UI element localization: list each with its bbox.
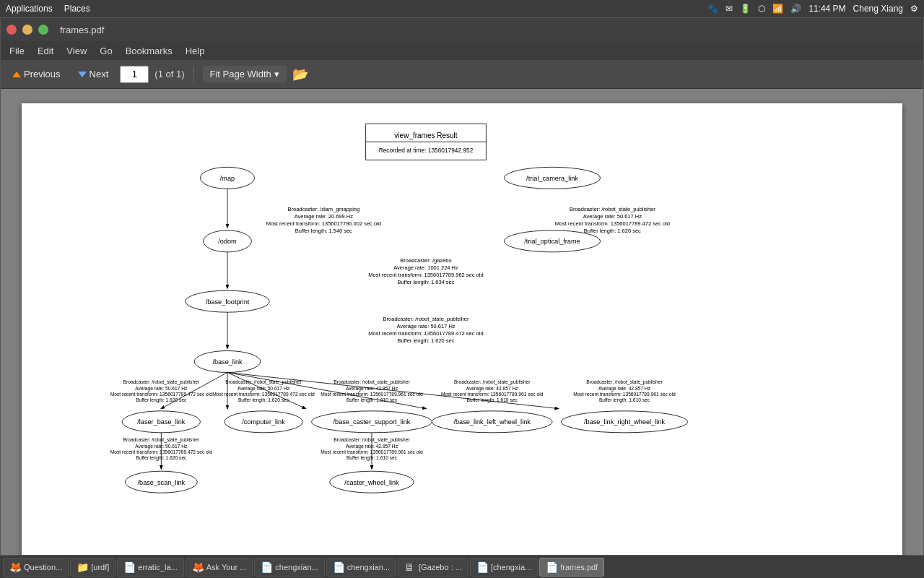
fit-page-button[interactable]: Fit Page Width ▾ [203,66,287,82]
svg-text:Most recent transform: 1356017: Most recent transform: 1356017789.961 se… [573,392,676,397]
svg-text:Broadcaster: /robot_state_publ: Broadcaster: /robot_state_publisher [586,379,663,385]
bluetooth-icon: ⬡ [758,4,765,14]
svg-text:Average rate: 50.617 Hz: Average rate: 50.617 Hz [135,386,188,392]
svg-text:Buffer length: 1.610 sec: Buffer length: 1.610 sec [346,455,398,461]
menu-bookmarks[interactable]: Bookmarks [120,44,178,58]
pdf-area[interactable]: view_frames Result Recorded at time: 135… [1,89,923,556]
svg-text:Buffer length: 1.620 sec: Buffer length: 1.620 sec [584,228,641,234]
svg-text:Buffer length: 1.620 sec: Buffer length: 1.620 sec [238,397,289,403]
battery-icon: 🔋 [740,4,751,14]
taskbar-label: chengxian... [347,563,390,571]
firefox-icon: 🦊 [9,561,21,573]
svg-text:Most recent transform: 1356017: Most recent transform: 1356017789.472 se… [212,392,315,397]
system-bar: Applications Places 🐾 ✉ 🔋 ⬡ 📶 🔊 11:44 PM… [0,0,924,17]
menu-go[interactable]: Go [94,44,118,58]
close-button[interactable] [6,25,17,35]
menubar: File Edit View Go Bookmarks Help [1,41,923,60]
taskbar-label: [Gazebo : ... [419,563,462,571]
svg-text:Broadcaster: /robot_state_publ: Broadcaster: /robot_state_publisher [570,206,655,212]
settings-icon[interactable]: ⚙ [910,4,918,14]
terminal-icon2: 📄 [333,561,344,573]
svg-text:Average rate: 42.857 Hz: Average rate: 42.857 Hz [346,444,398,449]
svg-text:Most recent transform: 1356017: Most recent transform: 1356017789.472 se… [110,392,213,397]
page-info: (1 of 1) [154,69,184,79]
taskbar-label: [urdf] [91,563,109,571]
taskbar-chengxia[interactable]: 📄 [chengxia... [470,558,538,577]
svg-text:Buffer length: 1.610 sec: Buffer length: 1.610 sec [599,397,650,403]
titlebar: frames.pdf [1,18,923,41]
terminal-icon: 📄 [261,561,272,573]
gazebo-icon: 🖥 [404,561,416,573]
svg-text:/base_caster_support_link: /base_caster_support_link [334,418,411,426]
taskbar-gazebo[interactable]: 🖥 [Gazebo : ... [398,558,468,577]
taskbar-frames-pdf[interactable]: 📄 frames.pdf [539,558,604,577]
minimize-button[interactable] [22,25,32,35]
next-button[interactable]: Next [72,66,115,82]
svg-text:Buffer length: 1.620 sec: Buffer length: 1.620 sec [397,337,454,344]
pdf-page: view_frames Result Recorded at time: 135… [22,103,902,556]
svg-text:Broadcaster: /robot_state_publ: Broadcaster: /robot_state_publisher [383,316,469,322]
menu-file[interactable]: File [4,44,30,58]
terminal-icon3: 📄 [476,561,488,573]
svg-text:/base_scan_link: /base_scan_link [137,479,185,486]
svg-text:Average rate: 1001.224 Hz: Average rate: 1001.224 Hz [393,264,458,271]
page-number-input[interactable] [120,66,149,83]
taskbar-erratic[interactable]: 📄 erratic_la... [117,558,183,577]
taskbar-chengxian1[interactable]: 📄 chengxian... [254,558,324,577]
svg-text:Broadcaster: /robot_state_publ: Broadcaster: /robot_state_publisher [334,437,410,443]
svg-text:Broadcaster: /robot_state_publ: Broadcaster: /robot_state_publisher [454,379,531,385]
svg-text:Broadcaster: /robot_state_publ: Broadcaster: /robot_state_publisher [225,379,302,385]
svg-text:Average rate: 50.617 Hz: Average rate: 50.617 Hz [396,323,455,329]
taskbar-label: chengxian... [275,563,318,571]
svg-text:Recorded at time: 1356017942.9: Recorded at time: 1356017942.952 [379,147,474,154]
previous-button[interactable]: Previous [6,66,66,82]
svg-text:Broadcaster: /gazebo: Broadcaster: /gazebo [400,257,451,264]
svg-text:/base_link_right_wheel_link: /base_link_right_wheel_link [584,418,665,426]
taskbar-firefox-question[interactable]: 🦊 Question... [3,558,69,577]
clock: 11:44 PM [808,4,845,14]
wifi-icon: 📶 [772,4,783,14]
svg-text:Most recent transform: 1356017: Most recent transform: 1356017789.961 se… [441,392,544,397]
mail-icon: ✉ [725,4,733,14]
taskbar-label: erratic_la... [138,563,177,571]
menu-edit[interactable]: Edit [32,44,59,58]
svg-text:/base_link_left_wheel_link: /base_link_left_wheel_link [453,418,531,426]
taskbar-label: frames.pdf [560,563,598,571]
svg-text:Most recent transform: 1356017: Most recent transform: 1356017789.961 se… [321,449,423,454]
maximize-button[interactable] [38,25,48,35]
svg-text:/trial_camera_link: /trial_camera_link [526,175,578,182]
previous-icon [12,72,21,77]
svg-text:Buffer length: 1.634 sec: Buffer length: 1.634 sec [397,279,454,285]
dropdown-arrow-icon: ▾ [274,69,279,79]
svg-text:/odom: /odom [218,238,237,245]
svg-text:/computer_link: /computer_link [242,418,285,426]
svg-text:Buffer length: 1.610 sec: Buffer length: 1.610 sec [467,397,518,403]
taskbar-chengxian2[interactable]: 📄 chengxian... [326,558,396,577]
svg-text:Broadcaster: /robot_state_publ: Broadcaster: /robot_state_publisher [334,379,410,385]
svg-text:Most recent transform: 1356017: Most recent transform: 1356017789.472 se… [110,449,213,454]
places-menu[interactable]: Places [64,4,90,14]
taskbar-label: Ask Your ... [206,563,247,571]
menu-view[interactable]: View [61,44,92,58]
applications-menu[interactable]: Applications [6,4,53,14]
taskbar-firefox-ask[interactable]: 🦊 Ask Your ... [186,558,253,577]
svg-text:Average rate: 50.617 Hz: Average rate: 50.617 Hz [237,386,290,392]
svg-text:Average rate: 42.857 Hz: Average rate: 42.857 Hz [466,386,519,392]
svg-text:/base_link: /base_link [212,358,243,366]
separator [193,66,194,83]
svg-text:Buffer length: 1.620 sec: Buffer length: 1.620 sec [136,397,187,403]
svg-text:Average rate: 50.617 Hz: Average rate: 50.617 Hz [583,213,642,220]
window: frames.pdf File Edit View Go Bookmarks H… [0,17,924,556]
window-title: frames.pdf [60,25,104,35]
diagram-svg: view_frames Result Recorded at time: 135… [36,118,888,551]
svg-text:Most recent transform: 1356017: Most recent transform: 1356017790.002 se… [266,220,381,227]
folder-icon[interactable]: 📂 [292,66,308,82]
svg-text:Buffer length: 1.610 sec: Buffer length: 1.610 sec [346,397,398,403]
next-icon [78,72,87,77]
svg-text:Most recent transform: 1356017: Most recent transform: 1356017789.472 se… [555,220,670,227]
pdf-icon: 📄 [546,561,557,573]
menu-help[interactable]: Help [180,44,211,58]
taskbar-urdf[interactable]: 📁 [urdf] [70,558,116,577]
svg-text:Average rate: 20.699 Hz: Average rate: 20.699 Hz [295,213,353,220]
svg-text:Broadcaster: /robot_state_publ: Broadcaster: /robot_state_publisher [123,437,200,443]
